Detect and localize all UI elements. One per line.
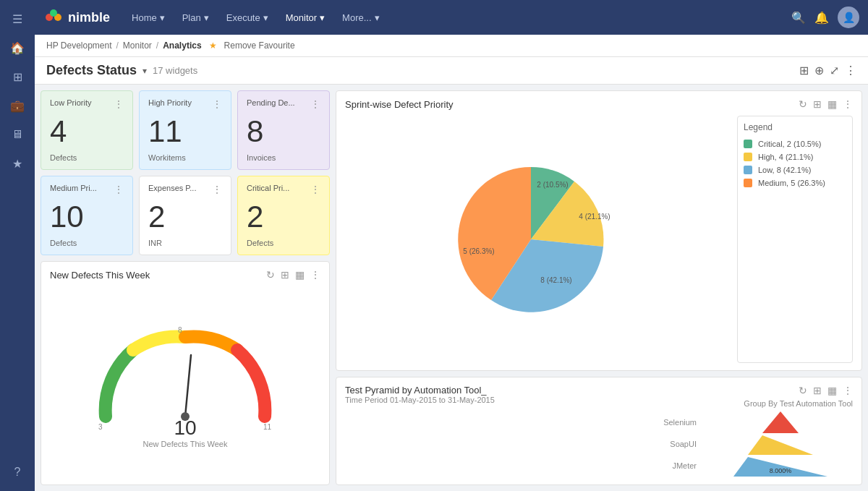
nav-monitor[interactable]: Monitor ▾ bbox=[278, 8, 332, 27]
pyramid-svg: 8.000% bbox=[708, 408, 853, 480]
widget-grid: Low Priority ⋮ 4 Defects High Priority ⋮… bbox=[41, 90, 330, 255]
legend-color-2 bbox=[744, 166, 752, 174]
right-column: Sprint-wise Defect Priority ↻ ⊞ ▦ ⋮ bbox=[336, 90, 862, 485]
gauge-container: 3 8 11 10 New Defects This Week bbox=[50, 286, 320, 477]
widget-title-4: Expenses P... bbox=[148, 184, 196, 192]
sidebar-hamburger[interactable]: ☰ bbox=[4, 6, 30, 32]
widget-value-3: 10 bbox=[50, 196, 124, 238]
legend-item-3: Medium, 5 (26.3%) bbox=[744, 179, 846, 187]
svg-point-2 bbox=[50, 9, 57, 17]
widget-title-2: Pending De... bbox=[247, 98, 295, 107]
gauge-number: 10 bbox=[143, 417, 228, 440]
breadcrumb-sep-2: / bbox=[156, 40, 158, 51]
widget-label-5: Defects bbox=[247, 239, 320, 247]
widget-menu-2[interactable]: ⋮ bbox=[310, 98, 320, 110]
remove-favourite-button[interactable]: Remove Favourite bbox=[224, 40, 295, 51]
test-pyramid-title: Test Pyramid by Automation Tool_ bbox=[345, 385, 495, 396]
notification-icon[interactable]: 🔔 bbox=[814, 11, 829, 25]
layout-columns-icon[interactable]: ⊞ bbox=[799, 64, 809, 77]
svg-text:5 (26.3%): 5 (26.3%) bbox=[463, 247, 494, 255]
widget-menu-4[interactable]: ⋮ bbox=[212, 184, 222, 195]
breadcrumb: HP Development / Monitor / Analytics ★ R… bbox=[35, 35, 868, 57]
widget-title-5: Critical Pri... bbox=[247, 184, 289, 192]
test-pyramid-card: Test Pyramid by Automation Tool_ Time Pe… bbox=[336, 377, 862, 485]
pyramid-refresh-icon[interactable]: ↻ bbox=[799, 385, 807, 396]
grid-icon[interactable]: ⊞ bbox=[281, 269, 289, 281]
widget-value-1: 11 bbox=[148, 111, 222, 153]
widget-header-1: High Priority ⋮ bbox=[148, 98, 222, 110]
tool-label-2: JMeter bbox=[345, 461, 697, 470]
pyramid-more-icon[interactable]: ⋮ bbox=[843, 385, 853, 396]
widget-critical-priority: Critical Pri... ⋮ 2 Defects bbox=[237, 176, 330, 255]
new-defects-actions: ↻ ⊞ ▦ ⋮ bbox=[266, 269, 320, 281]
nav-more[interactable]: More... ▾ bbox=[335, 8, 386, 27]
legend-color-1 bbox=[744, 153, 752, 161]
sidebar-monitor[interactable]: 🖥 bbox=[4, 121, 30, 148]
breadcrumb-part-1: HP Development bbox=[46, 40, 112, 51]
widget-count: 17 widgets bbox=[153, 65, 197, 76]
sprint-more-icon[interactable]: ⋮ bbox=[843, 98, 853, 110]
widget-menu-1[interactable]: ⋮ bbox=[212, 98, 222, 110]
svg-marker-12 bbox=[762, 411, 799, 433]
widget-value-5: 2 bbox=[247, 196, 320, 238]
new-defects-header: New Defects This Week ↻ ⊞ ▦ ⋮ bbox=[50, 269, 320, 281]
widget-label-3: Defects bbox=[50, 239, 124, 247]
dashboard-title: Defects Status bbox=[46, 63, 137, 78]
svg-text:8 (42.1%): 8 (42.1%) bbox=[540, 276, 571, 284]
nav-execute[interactable]: Execute ▾ bbox=[219, 8, 276, 27]
pyramid-grid-icon[interactable]: ⊞ bbox=[813, 385, 822, 396]
sidebar-star[interactable]: ★ bbox=[4, 150, 30, 176]
sprint-grid-icon[interactable]: ⊞ bbox=[813, 98, 822, 110]
widget-header-3: Medium Pri... ⋮ bbox=[50, 184, 124, 195]
widget-label-4: INR bbox=[148, 239, 222, 247]
widget-label-0: Defects bbox=[50, 153, 124, 162]
widget-menu-0[interactable]: ⋮ bbox=[114, 98, 124, 110]
tool-label-1: SoapUI bbox=[345, 440, 697, 448]
add-widget-icon[interactable]: ⊕ bbox=[814, 64, 824, 77]
gauge-value-display: 10 New Defects This Week bbox=[143, 417, 228, 448]
widget-high-priority: High Priority ⋮ 11 Workitems bbox=[139, 90, 231, 170]
pyramid-chart-icon[interactable]: ▦ bbox=[827, 385, 837, 396]
svg-marker-13 bbox=[748, 435, 813, 455]
search-icon[interactable]: 🔍 bbox=[791, 11, 806, 25]
dashboard-content: Low Priority ⋮ 4 Defects High Priority ⋮… bbox=[35, 85, 868, 491]
sprint-chart-header: Sprint-wise Defect Priority ↻ ⊞ ▦ ⋮ bbox=[345, 98, 853, 110]
widget-value-4: 2 bbox=[148, 196, 222, 238]
app-name: nimble bbox=[68, 10, 110, 25]
nav-plan[interactable]: Plan ▾ bbox=[175, 8, 216, 27]
widget-menu-5[interactable]: ⋮ bbox=[310, 184, 320, 195]
sprint-refresh-icon[interactable]: ↻ bbox=[799, 98, 807, 110]
sidebar-dashboard[interactable]: ⊞ bbox=[4, 64, 30, 90]
sidebar-briefcase[interactable]: 💼 bbox=[4, 93, 30, 119]
more-options-icon[interactable]: ⋮ bbox=[845, 64, 856, 77]
svg-text:4 (21.1%): 4 (21.1%) bbox=[579, 213, 610, 221]
widget-header-4: Expenses P... ⋮ bbox=[148, 184, 222, 195]
legend-color-3 bbox=[744, 179, 752, 187]
user-avatar[interactable]: 👤 bbox=[838, 7, 859, 28]
legend-label-0: Critical, 2 (10.5%) bbox=[758, 140, 821, 148]
fullscreen-icon[interactable]: ⤢ bbox=[830, 64, 839, 77]
favourite-star-icon[interactable]: ★ bbox=[209, 40, 217, 51]
widget-value-2: 8 bbox=[247, 111, 320, 153]
gauge-chart: 3 8 11 bbox=[84, 315, 286, 431]
test-pyramid-subtitle: Time Period 01-May-2015 to 31-May-2015 bbox=[345, 396, 495, 404]
test-pyramid-actions: ↻ ⊞ ▦ ⋮ bbox=[799, 385, 853, 396]
widget-header-2: Pending De... ⋮ bbox=[247, 98, 320, 110]
more-icon[interactable]: ⋮ bbox=[310, 269, 320, 281]
refresh-icon[interactable]: ↻ bbox=[266, 269, 275, 281]
sprint-defect-chart: Sprint-wise Defect Priority ↻ ⊞ ▦ ⋮ bbox=[336, 90, 862, 371]
test-pyramid-right-header: ↻ ⊞ ▦ ⋮ Group By Test Automation Tool bbox=[744, 385, 853, 408]
dashboard-dropdown[interactable]: ▾ bbox=[142, 66, 147, 76]
chart-icon[interactable]: ▦ bbox=[295, 269, 305, 281]
sidebar-home[interactable]: 🏠 bbox=[4, 35, 30, 61]
widget-label-1: Workitems bbox=[148, 153, 222, 162]
test-pyramid-title-block: Test Pyramid by Automation Tool_ Time Pe… bbox=[345, 385, 495, 404]
sidebar-help[interactable]: ? bbox=[4, 459, 30, 485]
sprint-chart-icon[interactable]: ▦ bbox=[827, 98, 837, 110]
test-pyramid-group-label: Group By Test Automation Tool bbox=[744, 399, 853, 408]
nav-home[interactable]: Home ▾ bbox=[124, 8, 172, 27]
widget-medium-priority: Medium Pri... ⋮ 10 Defects bbox=[41, 176, 133, 255]
widget-pending: Pending De... ⋮ 8 Invoices bbox=[237, 90, 330, 170]
pie-chart-legend: Legend Critical, 2 (10.5%) High, 4 (21.1… bbox=[737, 116, 853, 363]
widget-menu-3[interactable]: ⋮ bbox=[114, 184, 124, 195]
